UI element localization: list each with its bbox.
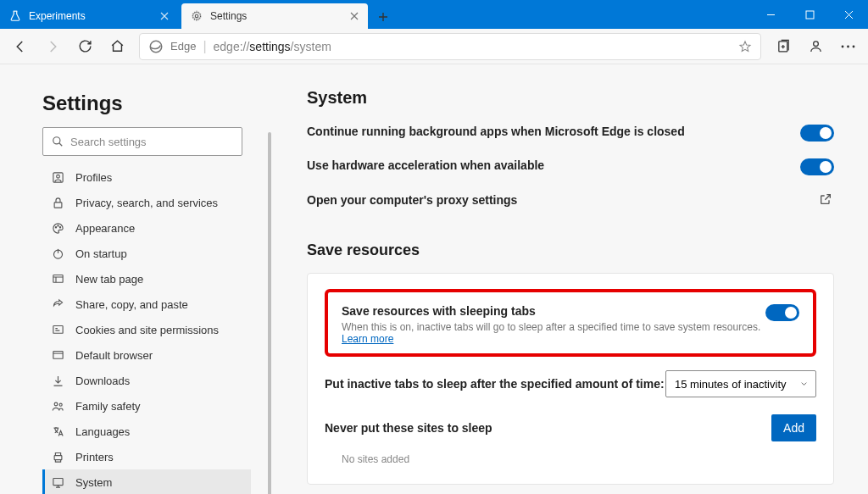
divider: | (203, 39, 206, 54)
row-sleeping-tabs: Save resources with sleeping tabs When t… (342, 304, 799, 345)
svg-rect-2 (806, 11, 814, 19)
row-label: Continue running background apps when Mi… (307, 125, 685, 138)
inactive-timeout-select[interactable]: 15 minutes of inactivity (665, 370, 816, 397)
row-label: Put inactive tabs to sleep after the spe… (325, 377, 665, 391)
address-bar[interactable]: Edge | edge://settings/system (139, 33, 761, 60)
printer-icon (50, 451, 65, 463)
search-input[interactable] (70, 136, 233, 148)
svg-point-7 (847, 45, 849, 47)
highlight-sleeping-tabs: Save resources with sleeping tabs When t… (325, 289, 816, 357)
grid-icon (50, 273, 65, 286)
svg-rect-12 (54, 202, 62, 207)
gear-icon (190, 9, 203, 23)
row-label: Save resources with sleeping tabs (342, 304, 765, 318)
svg-rect-19 (53, 351, 62, 358)
favorite-icon[interactable] (738, 40, 752, 53)
collections-button[interactable] (768, 31, 798, 62)
nav-privacy[interactable]: Privacy, search, and services (42, 190, 251, 215)
power-icon (50, 247, 65, 260)
svg-point-6 (841, 45, 843, 47)
nav-downloads[interactable]: Downloads (42, 368, 251, 393)
svg-point-11 (56, 175, 59, 178)
settings-heading: Settings (42, 92, 251, 115)
save-resources-heading: Save resources (307, 241, 834, 259)
tab-settings[interactable]: Settings (181, 3, 368, 29)
row-label: Open your computer's proxy settings (307, 193, 517, 207)
forward-button[interactable] (37, 31, 68, 62)
language-icon (50, 425, 65, 438)
svg-point-14 (57, 225, 58, 225)
system-heading: System (307, 88, 834, 108)
more-button[interactable] (832, 31, 863, 62)
window-controls (751, 0, 868, 29)
family-icon (50, 400, 65, 413)
close-icon[interactable] (158, 9, 171, 23)
svg-rect-22 (54, 455, 62, 459)
close-icon[interactable] (348, 9, 361, 23)
flask-icon (8, 9, 22, 23)
nav-newtab[interactable]: New tab page (42, 266, 251, 291)
site-identity-label: Edge (170, 40, 196, 53)
permissions-icon (50, 324, 65, 336)
edge-icon (148, 39, 164, 54)
maximize-button[interactable] (790, 0, 829, 29)
nav-startup[interactable]: On startup (42, 241, 251, 266)
back-button[interactable] (5, 31, 36, 62)
toggle-sleeping-tabs[interactable] (765, 304, 799, 321)
scrollbar[interactable] (268, 132, 271, 494)
nav-default[interactable]: Default browser (42, 342, 251, 368)
nav-family[interactable]: Family safety (42, 393, 251, 419)
close-button[interactable] (829, 0, 868, 29)
settings-nav: Profiles Privacy, search, and services A… (42, 164, 251, 494)
row-label: Never put these sites to sleep (325, 421, 492, 435)
svg-rect-10 (53, 172, 62, 181)
nav-printers[interactable]: Printers (42, 444, 251, 469)
svg-point-20 (54, 402, 58, 406)
palette-icon (50, 222, 65, 235)
nav-cookies[interactable]: Cookies and site permissions (42, 317, 251, 342)
home-button[interactable] (102, 31, 132, 62)
system-icon (50, 476, 65, 489)
url-text: edge://settings/system (214, 39, 331, 54)
tab-label: Experiments (29, 10, 158, 22)
sidebar-region: Settings Profiles Privacy, search, and s… (0, 64, 271, 494)
add-button[interactable]: Add (771, 414, 816, 441)
popout-icon (819, 192, 834, 208)
nav-share[interactable]: Share, copy, and paste (42, 291, 251, 317)
settings-main: System Continue running background apps … (271, 64, 868, 494)
svg-point-15 (59, 226, 60, 227)
row-proxy-settings[interactable]: Open your computer's proxy settings (307, 192, 834, 208)
svg-point-21 (59, 403, 62, 406)
new-tab-button[interactable] (371, 5, 395, 29)
svg-point-8 (852, 45, 854, 47)
no-sites-label: No sites added (325, 441, 816, 469)
tab-experiments[interactable]: Experiments (0, 3, 178, 29)
learn-more-link[interactable]: Learn more (342, 333, 393, 345)
row-never-sleep: Never put these sites to sleep Add (325, 414, 816, 441)
title-bar: Experiments Settings (0, 0, 868, 29)
download-icon (50, 375, 65, 387)
minimize-button[interactable] (751, 0, 790, 29)
chevron-down-icon (799, 380, 809, 389)
svg-rect-17 (53, 275, 62, 282)
share-icon (50, 298, 65, 311)
settings-body: Settings Profiles Privacy, search, and s… (0, 64, 868, 494)
nav-system[interactable]: System (42, 469, 251, 494)
search-settings-box[interactable] (42, 127, 242, 156)
toggle-background-apps[interactable] (800, 125, 834, 142)
row-description: When this is on, inactive tabs will go t… (342, 321, 765, 345)
nav-appearance[interactable]: Appearance (42, 215, 251, 241)
svg-rect-18 (53, 325, 62, 333)
tab-label: Settings (210, 10, 348, 22)
lock-icon (50, 197, 65, 209)
row-background-apps: Continue running background apps when Mi… (307, 125, 834, 142)
profile-button[interactable] (800, 31, 831, 62)
toggle-hardware-accel[interactable] (800, 158, 834, 175)
nav-profiles[interactable]: Profiles (42, 164, 251, 190)
row-hardware-accel: Use hardware acceleration when available (307, 158, 834, 175)
nav-languages[interactable]: Languages (42, 419, 251, 444)
row-label: Use hardware acceleration when available (307, 158, 544, 172)
svg-point-0 (195, 14, 198, 18)
settings-sidebar: Settings Profiles Privacy, search, and s… (0, 64, 271, 494)
refresh-button[interactable] (70, 31, 100, 62)
